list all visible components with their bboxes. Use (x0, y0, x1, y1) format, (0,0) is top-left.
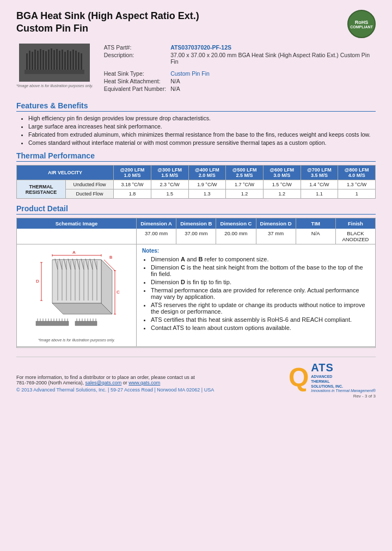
dim-b-value: 37.00 mm (176, 229, 216, 244)
svg-rect-6 (40, 49, 41, 70)
svg-marker-25 (52, 260, 101, 303)
table-bottom-border (16, 347, 376, 348)
page-header: BGA Heat Sink (High Aspect Ratio Ext.) C… (16, 10, 376, 38)
rohs-badge: RoHS COMPLIANT (347, 10, 376, 38)
note-item: Dimension D is fin tip to fin tip. (151, 279, 370, 285)
note-item: Thermal performance data are provided fo… (151, 287, 370, 300)
svg-rect-13 (59, 51, 60, 70)
part-label: ATS Part#: (102, 44, 168, 51)
ats-name: ATS (311, 362, 334, 374)
col-700lfm: @700 LFM3.5 M/S (301, 166, 338, 180)
note-item: ATS certifies that this heat sink assemb… (151, 316, 370, 323)
footer-or: or (123, 380, 127, 385)
note-item: Contact ATS to learn about custom option… (151, 325, 370, 331)
dim-b-header: Dimension B (176, 218, 216, 229)
unducted-600: 1.5 °C/W (263, 180, 301, 189)
phone: 781-769-2000 (North America), (16, 380, 84, 385)
note-item: Dimension C is the heat sink height from… (151, 264, 370, 277)
equiv-part-value: N/A (168, 85, 376, 93)
svg-rect-5 (37, 51, 39, 70)
unducted-label: Unducted Flow (66, 180, 114, 189)
email[interactable]: sales@qats.com (85, 380, 122, 385)
image-caption: *Image above is for illustration purpose… (16, 84, 93, 88)
dim-a-header: Dimension A (137, 218, 176, 229)
part-number: ATS037037020-PF-12S (168, 44, 376, 51)
notes-area: Notes: Dimension A and B refer to compon… (137, 244, 375, 346)
tim-header: TIM (296, 218, 336, 229)
attachment-value: N/A (168, 77, 376, 85)
finish-header: Finish (336, 218, 375, 229)
equiv-part-label: Equivalent Part Number: (102, 85, 168, 93)
ducted-500: 1.2 (226, 189, 264, 199)
dim-c-value: 20.00 mm (216, 229, 256, 244)
detail-header-row: Schematic Image Dimension A Dimension B … (16, 218, 376, 229)
page-footer: For more information, to find a distribu… (16, 357, 376, 393)
svg-rect-4 (34, 50, 36, 70)
ducted-200: 1.8 (114, 189, 151, 199)
svg-rect-9 (48, 50, 50, 70)
svg-rect-15 (64, 52, 66, 70)
svg-rect-74 (75, 321, 97, 326)
description-label: Description: (102, 51, 168, 65)
feature-item: Fabricated from extruded aluminum, which… (28, 131, 376, 138)
contact-text: For more information, to find a distribu… (16, 375, 195, 380)
schematic-svg: A C D B (25, 249, 128, 336)
unducted-200: 3.18 °C/W (114, 180, 151, 189)
note-item: ATS reserves the right to update or chan… (151, 302, 370, 315)
ducted-300: 1.5 (151, 189, 188, 199)
col-800lfm: @800 LFM4.0 M/S (338, 166, 376, 180)
features-title: Features & Benefits (16, 101, 376, 112)
feature-item: Comes standard without interface materia… (28, 139, 376, 146)
air-velocity-header: AIR VELOCITY (17, 166, 114, 180)
ats-full-name: ADVANCEDTHERMALSOLUTIONS, INC. (311, 374, 365, 389)
product-title: BGA Heat Sink (High Aspect Ratio Ext.) C… (16, 10, 199, 35)
unducted-500: 1.7 °C/W (226, 180, 264, 189)
col-200lfm: @200 LFM1.0 M/S (114, 166, 151, 180)
dim-c-header: Dimension C (216, 218, 256, 229)
note-item: Dimension A and B refer to component siz… (151, 256, 370, 262)
footer-right: Q ATS ADVANCEDTHERMALSOLUTIONS, INC. Inn… (289, 362, 376, 393)
feature-item: Large surface area increases heat sink p… (28, 123, 376, 130)
schematic-header: Schematic Image (17, 218, 137, 229)
heat-sink-type-value: Custom Pin Fin (168, 70, 376, 77)
heat-sink-svg (22, 45, 87, 81)
notes-list: Dimension A and B refer to component siz… (142, 256, 370, 331)
schematic-values-spacer (17, 229, 137, 244)
ducted-700: 1.1 (301, 189, 338, 199)
svg-text:C: C (117, 290, 120, 295)
dim-d-value: 37 mm (256, 229, 296, 244)
col-300lfm: @300 LFM1.5 M/S (151, 166, 188, 180)
thermal-resistance-label: THERMAL RESISTANCE (17, 180, 66, 199)
svg-rect-21 (81, 53, 82, 70)
heat-sink-image (19, 44, 90, 82)
description-value: 37.00 x 37.00 x 20.00 mm BGA Heat Sink (… (168, 51, 376, 65)
detail-notes-container: A C D B (16, 244, 376, 347)
schematic-image-area: A C D B (17, 244, 137, 346)
tim-value: N/A (296, 229, 336, 244)
dim-d-header: Dimension D (256, 218, 296, 229)
features-list: High efficiency pin fin design provides … (16, 115, 376, 146)
unducted-700: 1.4 °C/W (301, 180, 338, 189)
notes-title: Notes: (142, 248, 370, 254)
ducted-400: 1.3 (188, 189, 226, 199)
thermal-title: Thermal Performance (16, 151, 376, 162)
footer-left: For more information, to find a distribu… (16, 375, 214, 393)
copyright: © 2013 Advanced Thermal Solutions, Inc. … (16, 387, 214, 393)
finish-value: BLACK ANODIZED (336, 229, 375, 244)
detail-values-row: 37.00 mm 37.00 mm 20.00 mm 37 mm N/A BLA… (16, 229, 376, 244)
svg-rect-12 (56, 49, 58, 70)
svg-rect-22 (24, 74, 84, 78)
rohs-label: RoHS (355, 20, 369, 25)
svg-rect-7 (42, 50, 44, 70)
ats-tagline: Innovations in Thermal Management® (311, 389, 376, 393)
schematic-caption: *Image above is for illustration purpose… (38, 338, 115, 342)
col-400lfm: @400 LFM2.0 M/S (188, 166, 226, 180)
product-title-area: BGA Heat Sink (High Aspect Ratio Ext.) C… (16, 10, 199, 35)
product-info-section: *Image above is for illustration purpose… (16, 44, 376, 96)
ducted-label: Ducted Flow (66, 189, 114, 199)
website[interactable]: www.qats.com (128, 380, 160, 385)
rohs-compliant: COMPLIANT (350, 25, 373, 29)
svg-text:A: A (72, 250, 76, 255)
svg-rect-14 (62, 50, 63, 70)
product-specs: ATS Part#: ATS037037020-PF-12S Descripti… (102, 44, 376, 96)
